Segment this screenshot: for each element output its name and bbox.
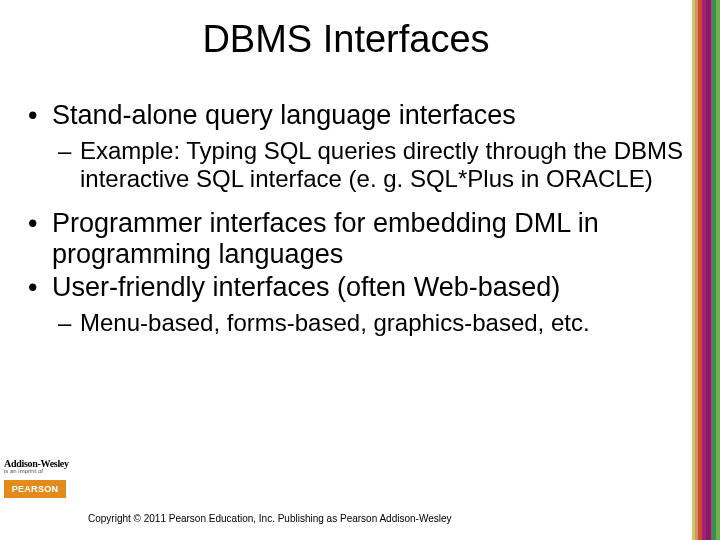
decorative-stripes bbox=[692, 0, 720, 540]
bullet-standalone-query: Stand-alone query language interfaces bbox=[28, 100, 688, 131]
bullet-programmer-interfaces: Programmer interfaces for embedding DML … bbox=[28, 208, 688, 270]
slide: DBMS Interfaces Stand-alone query langua… bbox=[0, 0, 720, 540]
footer-logos: Addison-Wesley is an imprint of PEARSON bbox=[4, 458, 84, 514]
slide-title: DBMS Interfaces bbox=[0, 18, 692, 61]
pearson-logo: PEARSON bbox=[4, 480, 66, 498]
bullet-standalone-example: Example: Typing SQL queries directly thr… bbox=[28, 137, 688, 192]
bullet-user-friendly: User-friendly interfaces (often Web-base… bbox=[28, 272, 688, 303]
bullet-user-friendly-sub: Menu-based, forms-based, graphics-based,… bbox=[28, 309, 688, 337]
slide-body: Stand-alone query language interfaces Ex… bbox=[28, 100, 688, 337]
copyright-text: Copyright © 2011 Pearson Education, Inc.… bbox=[88, 513, 452, 524]
